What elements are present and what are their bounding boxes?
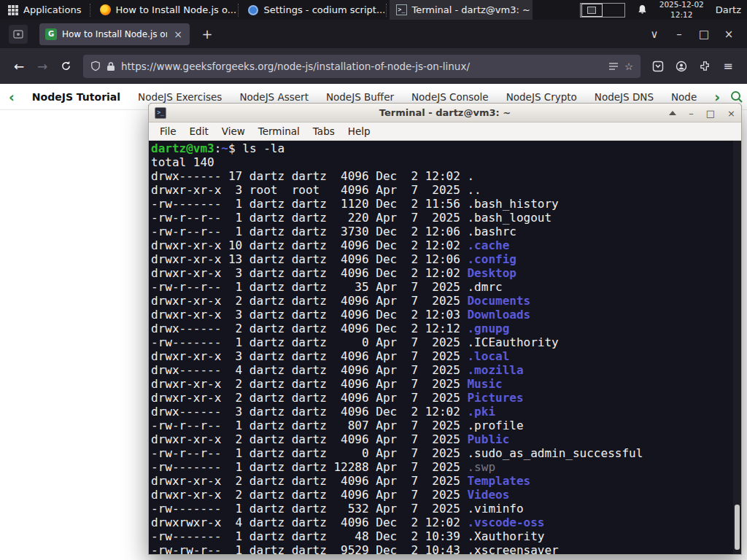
reader-mode-icon[interactable] [608, 61, 619, 71]
nav-item-nodejs-dns[interactable]: NodeJS DNS [595, 91, 654, 103]
menu-help[interactable]: Help [341, 125, 377, 137]
workspace-1[interactable] [581, 4, 603, 17]
forward-button[interactable]: → [31, 55, 54, 78]
terminal-output[interactable]: dartz@vm3:~$ ls -latotal 140drwx------ 1… [149, 141, 741, 554]
search-icon[interactable] [730, 90, 743, 104]
extensions-icon[interactable] [693, 55, 716, 78]
terminal-line: -rw------- 1 dartz dartz 532 Apr 7 2025 … [151, 502, 741, 516]
terminal-line: -rw------- 1 dartz dartz 48 Dec 2 10:39 … [151, 529, 741, 543]
taskbar-separator [386, 4, 388, 17]
taskbar-item-settings[interactable]: Settings - codium script... [241, 0, 384, 20]
terminal-icon: >_ [395, 4, 407, 16]
taskbar-item-label: Terminal - dartz@vm3: ~ [411, 4, 530, 15]
applications-label: Applications [23, 4, 81, 15]
terminal-scrollbar[interactable] [733, 104, 741, 554]
firefox-icon [99, 4, 111, 16]
terminal-line: drwxr-xr-x 2 dartz dartz 4096 Apr 7 2025… [151, 488, 741, 502]
back-button[interactable]: ← [7, 55, 31, 78]
nav-scroll-left-icon[interactable]: ‹ [9, 89, 15, 105]
tracking-shield-icon[interactable] [90, 61, 101, 71]
terminal-line: -rw------- 1 dartz dartz 1120 Dec 2 11:5… [151, 197, 741, 211]
terminal-line: drwx------ 17 dartz dartz 4096 Dec 2 12:… [151, 169, 741, 183]
url-text[interactable]: https://www.geeksforgeeks.org/node-js/in… [121, 61, 603, 72]
nav-item-nodejs-exercises[interactable]: NodeJS Exercises [138, 91, 222, 103]
terminal-window-icon: >_ [155, 107, 166, 119]
desktop-panel: Applications How to Install Node.js o...… [0, 0, 747, 20]
terminal-titlebar[interactable]: >_ Terminal - dartz@vm3: ~ – □ × [149, 104, 741, 122]
clock-time: 12:12 [670, 10, 692, 20]
tab-bar: G How to Install Node.js on... × + ∨ – □… [0, 20, 747, 48]
user-menu[interactable]: Dartz [716, 4, 741, 15]
account-icon[interactable] [670, 55, 693, 78]
nav-item-node-truncated[interactable]: Node [671, 91, 697, 103]
shade-window-icon[interactable] [669, 111, 676, 115]
notification-bell-icon[interactable] [637, 4, 648, 15]
taskbar-separator [90, 4, 92, 17]
taskbar-item-terminal[interactable]: >_ Terminal - dartz@vm3: ~ [390, 0, 533, 20]
applications-icon [7, 4, 19, 16]
nav-item-nodejs-console[interactable]: NodeJS Console [411, 91, 489, 103]
terminal-line: drwxr-xr-x 3 dartz dartz 4096 Apr 7 2025… [151, 349, 741, 363]
terminal-line: drwx------ 4 dartz dartz 4096 Apr 7 2025… [151, 363, 741, 377]
terminal-line: drwxr-xr-x 2 dartz dartz 4096 Apr 7 2025… [151, 391, 741, 405]
pocket-icon[interactable] [646, 55, 670, 78]
terminal-line: -rw-r--r-- 1 dartz dartz 0 Apr 7 2025 .s… [151, 446, 741, 460]
nav-item-nodejs-crypto[interactable]: NodeJS Crypto [506, 91, 577, 103]
nav-item-nodejs-assert[interactable]: NodeJS Assert [239, 91, 309, 103]
menu-tabs[interactable]: Tabs [306, 125, 341, 137]
terminal-line: -rw------- 1 dartz dartz 12288 Apr 7 202… [151, 460, 741, 474]
applications-menu[interactable]: Applications [0, 0, 88, 20]
terminal-line: drwxrwxr-x 4 dartz dartz 4096 Dec 2 12:0… [151, 516, 741, 529]
menu-icon[interactable]: ≡ [716, 55, 740, 78]
workspace-2[interactable] [603, 4, 624, 17]
terminal-title: Terminal - dartz@vm3: ~ [379, 107, 511, 118]
terminal-minimize-button[interactable]: – [689, 108, 694, 119]
terminal-scrollbar-thumb[interactable] [735, 505, 740, 550]
terminal-line: drwxr-xr-x 2 dartz dartz 4096 Apr 7 2025… [151, 294, 741, 308]
terminal-maximize-button[interactable]: □ [706, 108, 715, 119]
terminal-line: drwxr-xr-x 13 dartz dartz 4096 Dec 2 12:… [151, 252, 741, 266]
terminal-line: -rw-r--r-- 1 dartz dartz 220 Apr 7 2025 … [151, 211, 741, 225]
taskbar-item-label: How to Install Node.js o... [115, 4, 236, 15]
terminal-line: -rw-r--r-- 1 dartz dartz 35 Apr 7 2025 .… [151, 280, 741, 294]
url-bar[interactable]: https://www.geeksforgeeks.org/node-js/in… [83, 55, 640, 78]
terminal-line: total 140 [151, 155, 741, 169]
browser-tab[interactable]: G How to Install Node.js on... × [39, 23, 190, 45]
nav-item-nodejs-buffer[interactable]: NodeJS Buffer [326, 91, 394, 103]
reload-button[interactable] [54, 55, 77, 78]
terminal-menubar: File Edit View Terminal Tabs Help [149, 122, 741, 141]
panel-clock[interactable]: 2025-12-02 12:12 [659, 0, 704, 19]
window-minimize-button[interactable]: – [667, 28, 692, 41]
taskbar-item-browser[interactable]: How to Install Node.js o... [93, 0, 236, 20]
terminal-line: drwxr-xr-x 3 dartz dartz 4096 Dec 2 12:0… [151, 266, 741, 280]
menu-file[interactable]: File [153, 125, 183, 137]
lock-icon[interactable] [107, 61, 115, 71]
terminal-line: drwx------ 2 dartz dartz 4096 Dec 2 12:1… [151, 322, 741, 335]
terminal-window: >_ Terminal - dartz@vm3: ~ – □ × File Ed… [148, 103, 742, 555]
window-maximize-button[interactable]: □ [692, 28, 716, 41]
tab-close-icon[interactable]: × [172, 28, 184, 40]
mini-window-icon [587, 7, 596, 14]
menu-edit[interactable]: Edit [183, 125, 215, 137]
menu-view[interactable]: View [215, 125, 252, 137]
nav-item-nodejs-tutorial[interactable]: NodeJS Tutorial [32, 91, 120, 103]
workspace-switcher[interactable] [580, 3, 625, 18]
firefox-view-icon[interactable] [9, 25, 28, 44]
terminal-line: -rw------- 1 dartz dartz 0 Apr 7 2025 .I… [151, 335, 741, 349]
window-close-button[interactable]: × [716, 28, 741, 41]
menu-terminal[interactable]: Terminal [252, 125, 306, 137]
gfg-favicon: G [45, 28, 57, 40]
bookmark-star-icon[interactable]: ☆ [624, 61, 633, 72]
navigation-toolbar: ← → https://www.geeksforgeeks.org/node-j… [0, 48, 747, 84]
terminal-line: -rw-r--r-- 1 dartz dartz 807 Apr 7 2025 … [151, 419, 741, 432]
terminal-line: drwxr-xr-x 10 dartz dartz 4096 Dec 2 12:… [151, 238, 741, 252]
new-tab-button[interactable]: + [197, 26, 217, 42]
browser-window: G How to Install Node.js on... × + ∨ – □… [0, 20, 747, 84]
terminal-line: drwxr-xr-x 3 dartz dartz 4096 Dec 2 12:0… [151, 308, 741, 322]
terminal-line: -rw-rw-r-- 1 dartz dartz 9529 Dec 2 10:4… [151, 543, 741, 554]
taskbar-item-label: Settings - codium script... [263, 4, 384, 15]
clock-date: 2025-12-02 [659, 0, 704, 9]
taskbar-separator [238, 4, 240, 17]
settings-icon [247, 4, 259, 16]
list-tabs-icon[interactable]: ∨ [642, 28, 667, 41]
